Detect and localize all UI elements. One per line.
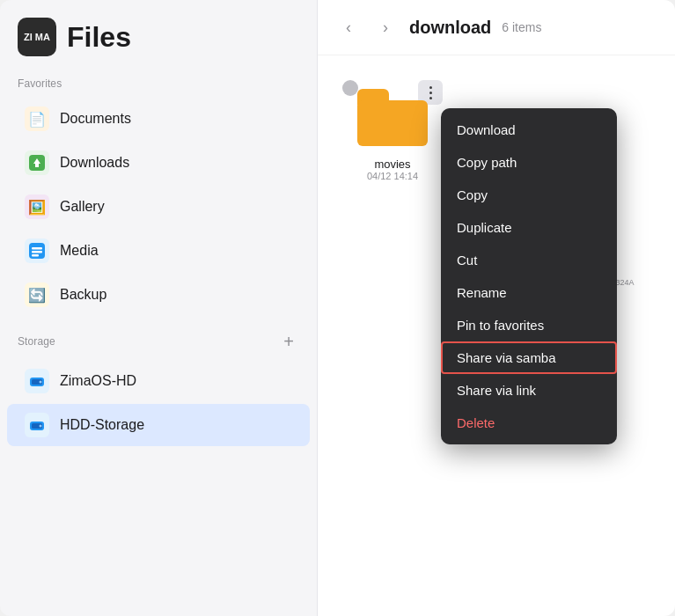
sidebar-item-downloads-label: Downloads xyxy=(60,155,129,171)
sidebar-item-zimaos-hd-label: ZimaOS-HD xyxy=(60,373,136,389)
svg-rect-3 xyxy=(32,247,42,250)
sidebar-item-documents[interactable]: 📄 Documents xyxy=(7,98,310,140)
items-count: 6 items xyxy=(502,20,541,34)
storage-section-header: Storage + xyxy=(0,317,317,359)
topbar: ‹ › download 6 items xyxy=(318,0,675,55)
context-menu-item-copy-path[interactable]: Copy path xyxy=(441,146,617,179)
context-menu-item-copy[interactable]: Copy xyxy=(441,179,617,211)
app-logo-area: ZI MA Files xyxy=(0,18,317,77)
context-menu: Download Copy path Copy Duplicate Cut Re… xyxy=(441,108,617,444)
folder-thumbnail-movies xyxy=(353,82,432,152)
sidebar: ZI MA Files Favorites 📄 Documents Downlo… xyxy=(0,0,317,616)
hdd-storage-icon xyxy=(25,413,49,437)
sidebar-item-documents-label: Documents xyxy=(60,111,131,127)
file-item-movies[interactable]: movies 04/12 14:14 Download Copy path Co… xyxy=(335,73,450,190)
context-menu-item-share-link[interactable]: Share via link xyxy=(441,374,617,407)
back-button[interactable]: ‹ xyxy=(335,14,362,40)
svg-point-8 xyxy=(40,381,42,384)
file-name-movies: movies xyxy=(374,158,410,171)
downloads-icon xyxy=(25,150,49,175)
context-menu-item-pin-favorites[interactable]: Pin to favorites xyxy=(441,309,617,341)
media-icon xyxy=(25,238,49,263)
svg-rect-5 xyxy=(32,254,39,257)
favorites-section-label: Favorites xyxy=(0,77,317,97)
sidebar-item-backup-label: Backup xyxy=(60,287,106,303)
app-logo-icon: ZI MA xyxy=(18,18,56,56)
sidebar-item-zimaos-hd[interactable]: ZimaOS-HD xyxy=(7,360,310,402)
app-title: Files xyxy=(67,21,131,54)
add-storage-button[interactable]: + xyxy=(278,331,299,352)
sidebar-item-gallery-label: Gallery xyxy=(60,199,105,215)
sidebar-item-hdd-storage[interactable]: HDD-Storage xyxy=(7,404,310,446)
sidebar-item-media-label: Media xyxy=(60,243,99,259)
context-menu-item-duplicate[interactable]: Duplicate xyxy=(441,211,617,244)
zimaos-hd-icon xyxy=(25,369,49,393)
documents-icon: 📄 xyxy=(25,106,49,131)
sidebar-item-hdd-storage-label: HDD-Storage xyxy=(60,417,144,433)
context-menu-item-download[interactable]: Download xyxy=(441,114,617,146)
main-content: ‹ › download 6 items movies 04/12 14 xyxy=(317,0,675,616)
file-grid: movies 04/12 14:14 Download Copy path Co… xyxy=(318,55,675,333)
sidebar-item-media[interactable]: Media xyxy=(7,230,310,272)
folder-title: download xyxy=(409,18,491,38)
folder-icon-movies xyxy=(357,89,428,146)
forward-button[interactable]: › xyxy=(372,14,399,40)
context-menu-item-rename[interactable]: Rename xyxy=(441,276,617,309)
context-menu-item-share-samba[interactable]: Share via samba xyxy=(441,341,617,374)
svg-rect-4 xyxy=(32,251,42,253)
gallery-icon: 🖼️ xyxy=(25,194,49,219)
storage-section-label: Storage xyxy=(18,335,55,348)
sidebar-item-gallery[interactable]: 🖼️ Gallery xyxy=(7,186,310,228)
sidebar-item-downloads[interactable]: Downloads xyxy=(7,142,310,184)
context-menu-item-delete[interactable]: Delete xyxy=(441,407,617,439)
folder-body xyxy=(357,100,428,146)
svg-point-11 xyxy=(40,425,42,428)
sidebar-item-backup[interactable]: 🔄 Backup xyxy=(7,274,310,316)
file-date-movies: 04/12 14:14 xyxy=(367,171,418,181)
context-menu-item-cut[interactable]: Cut xyxy=(441,244,617,276)
backup-icon: 🔄 xyxy=(25,282,49,307)
